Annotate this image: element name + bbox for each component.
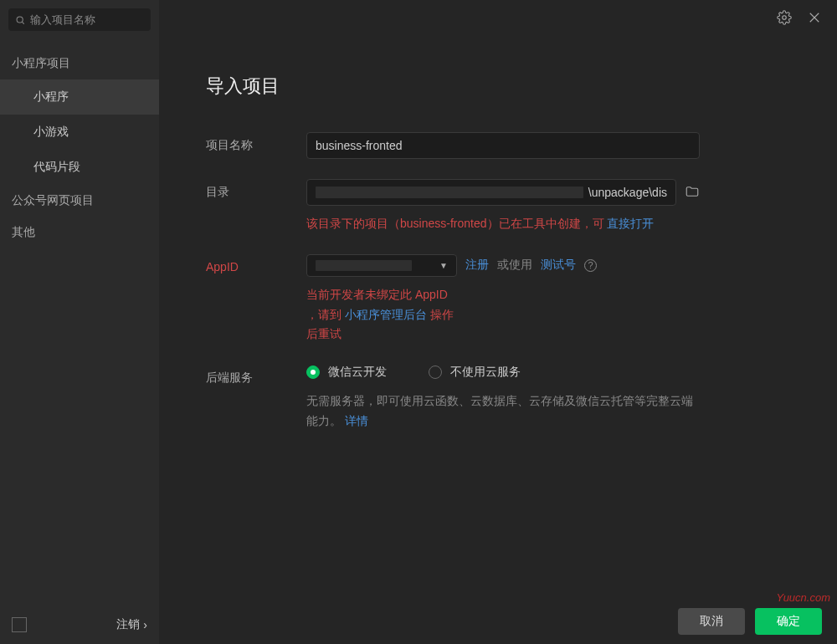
project-name-input[interactable]	[306, 132, 700, 159]
nav-group-miniprogram[interactable]: 小程序项目	[0, 48, 159, 79]
nav-item-minigame[interactable]: 小游戏	[0, 115, 159, 150]
appid-label: AppID	[206, 254, 306, 273]
nav-item-miniprogram[interactable]: 小程序	[0, 79, 159, 115]
appid-select[interactable]: ▼	[306, 254, 457, 277]
sidebar: 小程序项目 小程序 小游戏 代码片段 公众号网页项目 其他 注销 ›	[0, 0, 159, 644]
folder-icon[interactable]	[685, 184, 700, 202]
footer: 取消 确定	[159, 598, 837, 644]
directory-input[interactable]: \unpackage\dis	[306, 179, 676, 206]
svg-point-3	[17, 16, 23, 22]
radio-no-cloud[interactable]: 不使用云服务	[429, 365, 521, 380]
nav-group-other[interactable]: 其他	[0, 217, 159, 248]
test-account-link[interactable]: 测试号	[541, 258, 576, 273]
register-link[interactable]: 注册	[465, 258, 489, 273]
radio-cloud[interactable]: 微信云开发	[306, 365, 387, 380]
radio-checked-icon	[306, 365, 320, 379]
nav-item-snippet[interactable]: 代码片段	[0, 150, 159, 185]
open-directly-link[interactable]: 直接打开	[607, 217, 654, 230]
search-icon	[15, 14, 25, 26]
confirm-button[interactable]: 确定	[755, 608, 822, 635]
page-title: 导入项目	[206, 74, 790, 99]
directory-label: 目录	[206, 179, 306, 200]
details-link[interactable]: 详情	[345, 414, 368, 427]
manage-icon[interactable]	[12, 617, 27, 632]
nav-group-official[interactable]: 公众号网页项目	[0, 185, 159, 217]
chevron-down-icon: ▼	[439, 261, 448, 270]
help-icon[interactable]: ?	[584, 259, 597, 272]
search-input[interactable]	[8, 8, 151, 31]
logout-button[interactable]: 注销 ›	[116, 617, 147, 632]
project-name-label: 项目名称	[206, 132, 306, 153]
radio-unchecked-icon	[429, 365, 442, 379]
backend-label: 后端服务	[206, 365, 306, 386]
cancel-button[interactable]: 取消	[678, 608, 745, 635]
directory-warning: 该目录下的项目（business-fronted）已在工具中创建，可	[306, 217, 604, 230]
main-content: 导入项目 项目名称 目录 \unpackage\dis 该目录下的项目（busi…	[159, 0, 837, 598]
chevron-right-icon: ›	[143, 618, 147, 631]
admin-console-link[interactable]: 小程序管理后台	[345, 308, 427, 321]
watermark: Yuucn.com	[776, 591, 830, 604]
svg-line-4	[22, 22, 23, 23]
